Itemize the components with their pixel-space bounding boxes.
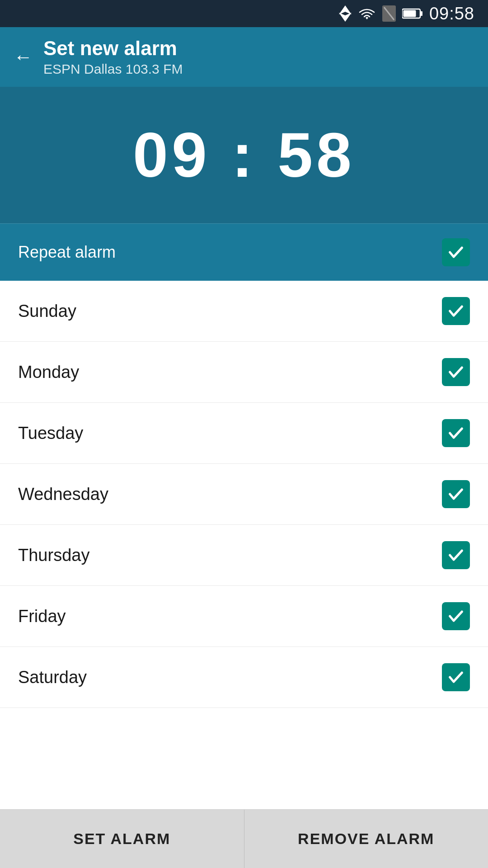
status-icons: 09:58 — [339, 4, 474, 24]
day-checkbox-thursday[interactable] — [442, 541, 470, 569]
day-label: Monday — [18, 363, 79, 382]
bottom-buttons: SET ALARM REMOVE ALARM — [0, 809, 488, 868]
battery-icon — [402, 7, 423, 20]
repeat-alarm-checkbox[interactable] — [442, 238, 470, 266]
day-checkbox-wednesday[interactable] — [442, 480, 470, 508]
sim-icon — [382, 5, 396, 22]
page-title: Set new alarm — [43, 37, 183, 60]
day-checkbox-friday[interactable] — [442, 602, 470, 630]
wifi-icon — [358, 7, 376, 20]
day-label: Tuesday — [18, 424, 83, 443]
header-text-group: Set new alarm ESPN Dallas 103.3 FM — [43, 37, 183, 77]
checkmark-icon — [447, 546, 465, 564]
svg-rect-5 — [420, 11, 422, 16]
day-label: Wednesday — [18, 485, 108, 504]
app-header: ← Set new alarm ESPN Dallas 103.3 FM — [0, 27, 488, 87]
checkmark-icon — [447, 363, 465, 381]
repeat-alarm-label: Repeat alarm — [18, 243, 116, 262]
alarm-minutes: 58 — [277, 119, 355, 190]
day-checkbox-monday[interactable] — [442, 358, 470, 386]
day-checkbox-tuesday[interactable] — [442, 419, 470, 447]
svg-marker-0 — [339, 5, 352, 14]
checkmark-icon — [447, 485, 465, 503]
day-label: Sunday — [18, 302, 76, 321]
day-label: Thursday — [18, 546, 89, 565]
status-bar: 09:58 — [0, 0, 488, 27]
day-row[interactable]: Saturday — [0, 647, 488, 708]
checkmark-icon — [447, 607, 465, 625]
checkmark-icon — [447, 302, 465, 320]
day-row[interactable]: Thursday — [0, 525, 488, 586]
alarm-hours: 09 — [133, 119, 211, 190]
day-row[interactable]: Friday — [0, 586, 488, 647]
remove-alarm-button[interactable]: REMOVE ALARM — [244, 810, 488, 868]
alarm-time: 09 : 58 — [133, 118, 355, 192]
days-list: SundayMondayTuesdayWednesdayThursdayFrid… — [0, 281, 488, 809]
day-row[interactable]: Wednesday — [0, 464, 488, 525]
day-row[interactable]: Monday — [0, 342, 488, 403]
checkmark-icon — [447, 424, 465, 442]
time-separator: : — [232, 119, 257, 190]
checkmark-icon — [447, 243, 465, 261]
svg-marker-1 — [339, 13, 352, 22]
day-checkbox-saturday[interactable] — [442, 663, 470, 691]
day-checkbox-sunday[interactable] — [442, 297, 470, 325]
svg-rect-6 — [403, 10, 416, 17]
day-label: Friday — [18, 607, 66, 626]
signal-icon — [339, 5, 352, 22]
set-alarm-button[interactable]: SET ALARM — [0, 810, 244, 868]
back-button[interactable]: ← — [14, 47, 33, 66]
time-display: 09 : 58 — [0, 87, 488, 223]
status-time: 09:58 — [429, 4, 474, 24]
header-subtitle: ESPN Dallas 103.3 FM — [43, 61, 183, 77]
repeat-alarm-row[interactable]: Repeat alarm — [0, 223, 488, 281]
checkmark-icon — [447, 668, 465, 686]
day-row[interactable]: Sunday — [0, 281, 488, 342]
day-row[interactable]: Tuesday — [0, 403, 488, 464]
day-label: Saturday — [18, 668, 87, 687]
